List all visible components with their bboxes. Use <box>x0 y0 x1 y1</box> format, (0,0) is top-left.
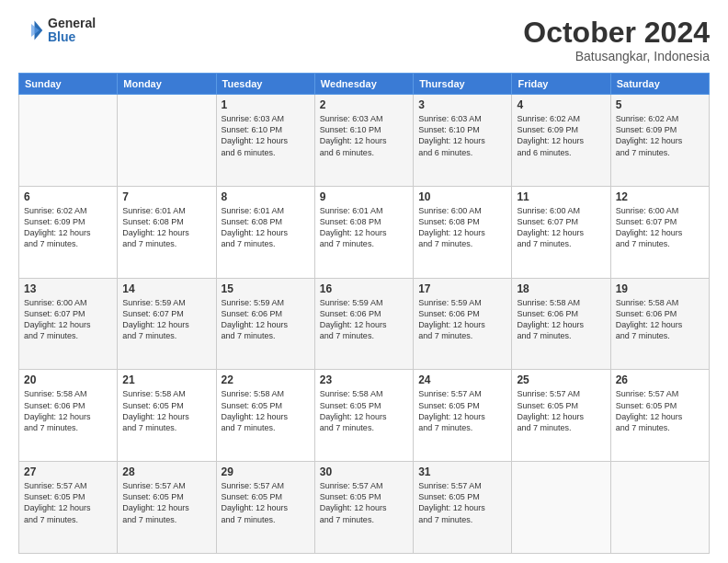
day-info: Sunrise: 5:58 AM Sunset: 6:05 PM Dayligh… <box>122 388 210 433</box>
day-info: Sunrise: 6:01 AM Sunset: 6:08 PM Dayligh… <box>222 205 310 250</box>
day-info: Sunrise: 6:01 AM Sunset: 6:08 PM Dayligh… <box>122 205 210 250</box>
col-thursday: Thursday <box>414 74 512 95</box>
day-cell: 1Sunrise: 6:03 AM Sunset: 6:10 PM Daylig… <box>216 95 314 187</box>
day-number: 11 <box>517 190 605 203</box>
day-info: Sunrise: 5:58 AM Sunset: 6:06 PM Dayligh… <box>616 297 704 342</box>
day-info: Sunrise: 6:00 AM Sunset: 6:08 PM Dayligh… <box>418 205 506 250</box>
day-cell: 11Sunrise: 6:00 AM Sunset: 6:07 PM Dayli… <box>512 186 610 278</box>
day-number: 24 <box>418 373 506 386</box>
day-info: Sunrise: 5:58 AM Sunset: 6:06 PM Dayligh… <box>517 297 605 342</box>
day-cell: 16Sunrise: 5:59 AM Sunset: 6:06 PM Dayli… <box>314 278 413 370</box>
day-cell: 10Sunrise: 6:00 AM Sunset: 6:08 PM Dayli… <box>414 186 512 278</box>
day-cell: 24Sunrise: 5:57 AM Sunset: 6:05 PM Dayli… <box>414 370 512 462</box>
title-section: October 2024 Batusangkar, Indonesia <box>523 17 710 63</box>
day-cell: 25Sunrise: 5:57 AM Sunset: 6:05 PM Dayli… <box>512 370 610 462</box>
day-number: 17 <box>418 282 506 295</box>
day-info: Sunrise: 6:02 AM Sunset: 6:09 PM Dayligh… <box>24 205 112 250</box>
col-wednesday: Wednesday <box>314 74 413 95</box>
week-row-4: 20Sunrise: 5:58 AM Sunset: 6:06 PM Dayli… <box>19 370 710 462</box>
logo-line2: Blue <box>48 30 96 44</box>
day-info: Sunrise: 5:57 AM Sunset: 6:05 PM Dayligh… <box>222 480 310 525</box>
header: General Blue October 2024 Batusangkar, I… <box>18 17 710 63</box>
day-info: Sunrise: 6:03 AM Sunset: 6:10 PM Dayligh… <box>418 113 506 158</box>
day-cell: 2Sunrise: 6:03 AM Sunset: 6:10 PM Daylig… <box>314 95 413 187</box>
col-sunday: Sunday <box>19 74 118 95</box>
day-number: 21 <box>122 373 210 386</box>
day-number: 1 <box>222 98 310 111</box>
day-info: Sunrise: 6:02 AM Sunset: 6:09 PM Dayligh… <box>517 113 605 158</box>
header-row: Sunday Monday Tuesday Wednesday Thursday… <box>19 74 710 95</box>
day-cell: 28Sunrise: 5:57 AM Sunset: 6:05 PM Dayli… <box>118 462 216 554</box>
day-number: 5 <box>616 98 704 111</box>
day-number: 15 <box>222 282 310 295</box>
day-cell: 14Sunrise: 5:59 AM Sunset: 6:07 PM Dayli… <box>118 278 216 370</box>
day-cell: 8Sunrise: 6:01 AM Sunset: 6:08 PM Daylig… <box>216 186 314 278</box>
day-info: Sunrise: 6:00 AM Sunset: 6:07 PM Dayligh… <box>24 297 112 342</box>
day-info: Sunrise: 6:01 AM Sunset: 6:08 PM Dayligh… <box>320 205 408 250</box>
logo-text: General Blue <box>48 17 96 45</box>
day-cell: 9Sunrise: 6:01 AM Sunset: 6:08 PM Daylig… <box>314 186 413 278</box>
location-subtitle: Batusangkar, Indonesia <box>523 49 710 63</box>
day-cell: 30Sunrise: 5:57 AM Sunset: 6:05 PM Dayli… <box>314 462 413 554</box>
day-number: 29 <box>222 465 310 478</box>
day-cell: 29Sunrise: 5:57 AM Sunset: 6:05 PM Dayli… <box>216 462 314 554</box>
day-info: Sunrise: 5:57 AM Sunset: 6:05 PM Dayligh… <box>418 480 506 525</box>
week-row-1: 1Sunrise: 6:03 AM Sunset: 6:10 PM Daylig… <box>19 95 710 187</box>
day-info: Sunrise: 5:57 AM Sunset: 6:05 PM Dayligh… <box>517 388 605 433</box>
day-number: 14 <box>122 282 210 295</box>
day-cell: 21Sunrise: 5:58 AM Sunset: 6:05 PM Dayli… <box>118 370 216 462</box>
day-number: 31 <box>418 465 506 478</box>
day-info: Sunrise: 5:59 AM Sunset: 6:06 PM Dayligh… <box>222 297 310 342</box>
week-row-2: 6Sunrise: 6:02 AM Sunset: 6:09 PM Daylig… <box>19 186 710 278</box>
week-row-3: 13Sunrise: 6:00 AM Sunset: 6:07 PM Dayli… <box>19 278 710 370</box>
day-cell: 19Sunrise: 5:58 AM Sunset: 6:06 PM Dayli… <box>610 278 709 370</box>
day-info: Sunrise: 5:58 AM Sunset: 6:05 PM Dayligh… <box>222 388 310 433</box>
day-cell: 18Sunrise: 5:58 AM Sunset: 6:06 PM Dayli… <box>512 278 610 370</box>
day-number: 30 <box>320 465 408 478</box>
calendar-body: 1Sunrise: 6:03 AM Sunset: 6:10 PM Daylig… <box>19 95 710 554</box>
day-number: 13 <box>24 282 112 295</box>
col-saturday: Saturday <box>610 74 709 95</box>
day-number: 12 <box>616 190 704 203</box>
day-number: 9 <box>320 190 408 203</box>
day-number: 10 <box>418 190 506 203</box>
day-number: 6 <box>24 190 112 203</box>
day-number: 25 <box>517 373 605 386</box>
day-cell: 17Sunrise: 5:59 AM Sunset: 6:06 PM Dayli… <box>414 278 512 370</box>
day-cell: 12Sunrise: 6:00 AM Sunset: 6:07 PM Dayli… <box>610 186 709 278</box>
day-cell: 7Sunrise: 6:01 AM Sunset: 6:08 PM Daylig… <box>118 186 216 278</box>
day-info: Sunrise: 6:00 AM Sunset: 6:07 PM Dayligh… <box>517 205 605 250</box>
day-number: 2 <box>320 98 408 111</box>
page: General Blue October 2024 Batusangkar, I… <box>0 0 728 563</box>
day-number: 20 <box>24 373 112 386</box>
day-info: Sunrise: 5:59 AM Sunset: 6:06 PM Dayligh… <box>320 297 408 342</box>
day-number: 4 <box>517 98 605 111</box>
day-number: 16 <box>320 282 408 295</box>
day-cell: 3Sunrise: 6:03 AM Sunset: 6:10 PM Daylig… <box>414 95 512 187</box>
day-info: Sunrise: 6:03 AM Sunset: 6:10 PM Dayligh… <box>222 113 310 158</box>
day-cell: 23Sunrise: 5:58 AM Sunset: 6:05 PM Dayli… <box>314 370 413 462</box>
day-info: Sunrise: 6:03 AM Sunset: 6:10 PM Dayligh… <box>320 113 408 158</box>
day-number: 8 <box>222 190 310 203</box>
logo: General Blue <box>18 17 96 45</box>
week-row-5: 27Sunrise: 5:57 AM Sunset: 6:05 PM Dayli… <box>19 462 710 554</box>
day-cell: 15Sunrise: 5:59 AM Sunset: 6:06 PM Dayli… <box>216 278 314 370</box>
day-cell <box>610 462 709 554</box>
day-info: Sunrise: 5:59 AM Sunset: 6:06 PM Dayligh… <box>418 297 506 342</box>
day-info: Sunrise: 5:57 AM Sunset: 6:05 PM Dayligh… <box>122 480 210 525</box>
day-cell: 31Sunrise: 5:57 AM Sunset: 6:05 PM Dayli… <box>414 462 512 554</box>
day-info: Sunrise: 5:57 AM Sunset: 6:05 PM Dayligh… <box>616 388 704 433</box>
day-number: 27 <box>24 465 112 478</box>
day-info: Sunrise: 5:57 AM Sunset: 6:05 PM Dayligh… <box>24 480 112 525</box>
col-friday: Friday <box>512 74 610 95</box>
day-cell <box>19 95 118 187</box>
day-number: 23 <box>320 373 408 386</box>
day-info: Sunrise: 5:58 AM Sunset: 6:05 PM Dayligh… <box>320 388 408 433</box>
day-cell: 27Sunrise: 5:57 AM Sunset: 6:05 PM Dayli… <box>19 462 118 554</box>
day-cell: 26Sunrise: 5:57 AM Sunset: 6:05 PM Dayli… <box>610 370 709 462</box>
day-info: Sunrise: 5:57 AM Sunset: 6:05 PM Dayligh… <box>320 480 408 525</box>
logo-line1: General <box>48 17 96 30</box>
day-cell: 13Sunrise: 6:00 AM Sunset: 6:07 PM Dayli… <box>19 278 118 370</box>
day-info: Sunrise: 6:00 AM Sunset: 6:07 PM Dayligh… <box>616 205 704 250</box>
logo-icon <box>18 17 44 43</box>
